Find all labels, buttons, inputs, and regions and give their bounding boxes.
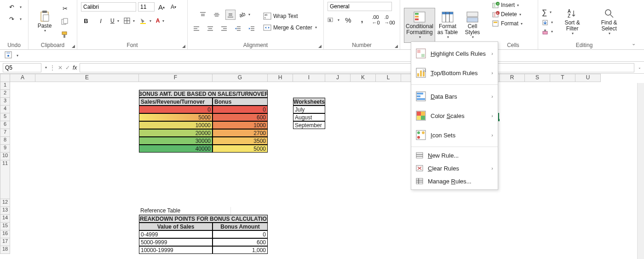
decrease-indent-icon[interactable]	[233, 24, 243, 34]
align-middle-icon[interactable]	[212, 10, 222, 20]
cell[interactable]: 0	[213, 106, 268, 113]
paste-button[interactable]: Paste ▾	[32, 4, 57, 39]
increase-indent-icon[interactable]	[247, 24, 257, 34]
col-header[interactable]: E	[35, 74, 139, 82]
grow-font-icon[interactable]: A▴	[156, 2, 167, 12]
col-header[interactable]: I	[293, 74, 325, 82]
col-header[interactable]: K	[351, 74, 376, 82]
align-top-icon[interactable]	[198, 10, 208, 20]
fill-button[interactable]: ▾	[542, 19, 553, 26]
bold-button[interactable]: B	[81, 16, 91, 26]
merge-center-button[interactable]: Merge & Center ▾	[263, 24, 317, 31]
autosum-button[interactable]: ∑▾	[542, 8, 552, 17]
clipboard-dialog-launcher[interactable]: ◢	[72, 44, 75, 48]
row-header[interactable]: 17	[0, 238, 10, 246]
fill-color-button[interactable]: ▾	[139, 18, 151, 24]
highlight-cells-rules-item[interactable]: HHighlight Cells Rulesighlight Cells Rul…	[411, 44, 498, 63]
accounting-format-button[interactable]: $▾	[328, 17, 339, 23]
cell[interactable]: BREAKDOWN POINTS FOR BONUS CALCULATION	[139, 215, 268, 223]
row-header[interactable]: 12	[0, 199, 10, 207]
cell[interactable]: Bonus Amount	[213, 223, 268, 230]
cell[interactable]: Bonus	[213, 98, 268, 106]
wrap-text-button[interactable]: abc Wrap Text	[263, 12, 298, 20]
row-header[interactable]: 14	[0, 215, 10, 223]
col-header[interactable]: H	[268, 74, 293, 82]
cell[interactable]: July	[293, 106, 325, 113]
cell[interactable]: 1,000	[213, 246, 268, 254]
save-icon[interactable]	[5, 51, 12, 60]
cell[interactable]: BONUS AMT. DUE BASED ON SALES/TURNOVER	[139, 90, 268, 98]
manage-rules-item[interactable]: Manage Rules...	[411, 175, 498, 188]
row-header[interactable]: 9	[0, 145, 10, 153]
font-color-button[interactable]: A▾	[156, 18, 165, 24]
row-header[interactable]: 2	[0, 90, 10, 98]
italic-button[interactable]: I	[96, 16, 106, 26]
undo-icon[interactable]: ↶	[7, 2, 17, 12]
cell[interactable]: August	[293, 113, 325, 121]
expand-formula-bar-icon[interactable]: ⌄	[638, 65, 641, 70]
cell[interactable]: Value of Sales	[139, 223, 213, 230]
row-header[interactable]: 15	[0, 223, 10, 230]
select-all-corner[interactable]	[0, 74, 10, 82]
cell[interactable]: 10000	[139, 121, 213, 129]
col-header[interactable]: T	[550, 74, 575, 82]
row-header[interactable]: 1	[0, 82, 10, 90]
row-header[interactable]: 5	[0, 113, 10, 121]
row-header[interactable]: 18	[0, 246, 10, 254]
format-painter-icon[interactable]	[60, 29, 70, 40]
align-left-icon[interactable]	[191, 24, 201, 34]
spreadsheet-grid[interactable]: AEFGHIJKLQRSTU 1234567891011121314151617…	[0, 74, 644, 259]
cell[interactable]: 1000	[213, 121, 268, 129]
quick-dropdown[interactable]: ▾	[17, 53, 18, 58]
data-bars-item[interactable]: Data Bars ›	[411, 87, 498, 106]
col-header[interactable]: G	[213, 74, 268, 82]
cell[interactable]: 0-4999	[139, 230, 213, 238]
number-dialog-launcher[interactable]: ◢	[395, 44, 398, 48]
align-bottom-icon[interactable]	[225, 10, 236, 20]
col-header[interactable]: F	[139, 74, 213, 82]
font-dialog-launcher[interactable]: ◢	[182, 44, 185, 48]
conditional-formatting-button[interactable]: Conditional Formatting▾	[404, 8, 435, 43]
underline-button[interactable]: U▾	[110, 18, 119, 24]
undo-dropdown[interactable]: ▾	[20, 5, 22, 9]
row-header[interactable]: 8	[0, 137, 10, 145]
format-as-table-button[interactable]: Format as Table▾	[435, 8, 460, 43]
increase-decimal-icon[interactable]: .00←0	[371, 15, 381, 25]
collapse-ribbon-icon[interactable]: ⌄	[632, 41, 636, 47]
borders-button[interactable]: ▾	[124, 18, 135, 24]
align-right-icon[interactable]	[219, 24, 229, 34]
cell[interactable]: 600	[213, 238, 268, 246]
name-box-dropdown[interactable]: ▾	[45, 65, 47, 70]
clear-button[interactable]: ▾	[542, 29, 553, 35]
col-header[interactable]: R	[500, 74, 525, 82]
number-format-select[interactable]	[328, 2, 392, 11]
cell[interactable]: Reference Table	[139, 207, 231, 215]
formula-input[interactable]	[80, 63, 634, 72]
color-scales-item[interactable]: Color Scales ›	[411, 106, 498, 125]
cell[interactable]: 40000	[139, 145, 213, 153]
find-select-button[interactable]: Find & Select▾	[592, 4, 627, 39]
cell[interactable]: 0	[139, 106, 213, 113]
col-header[interactable]: L	[376, 74, 401, 82]
cell[interactable]: Sales/Revenue/Turnover	[139, 98, 213, 106]
col-header[interactable]: J	[325, 74, 351, 82]
row-header[interactable]: 3	[0, 98, 10, 106]
cell[interactable]: September	[293, 121, 325, 129]
cell[interactable]: 5000	[213, 145, 268, 153]
redo-dropdown[interactable]: ▾	[20, 17, 22, 21]
cell[interactable]: 5000	[139, 113, 213, 121]
shrink-font-icon[interactable]: A▾	[168, 2, 178, 12]
cell[interactable]: Worksheets	[293, 98, 325, 106]
col-header[interactable]: U	[575, 74, 601, 82]
cell[interactable]: 5000-9999	[139, 238, 213, 246]
row-header[interactable]: 11	[0, 160, 10, 199]
cell[interactable]: 30000	[139, 137, 213, 145]
cut-icon[interactable]: ✂	[60, 4, 70, 14]
cell-styles-button[interactable]: Cell Styles▾	[460, 8, 485, 43]
fx-icon[interactable]: fx	[73, 65, 77, 71]
cell[interactable]: 600	[213, 113, 268, 121]
vertical-scrollbar[interactable]	[637, 83, 644, 259]
cell[interactable]: 0	[213, 230, 268, 238]
enter-formula-icon[interactable]: ✓	[65, 65, 70, 71]
row-header[interactable]: 7	[0, 129, 10, 137]
